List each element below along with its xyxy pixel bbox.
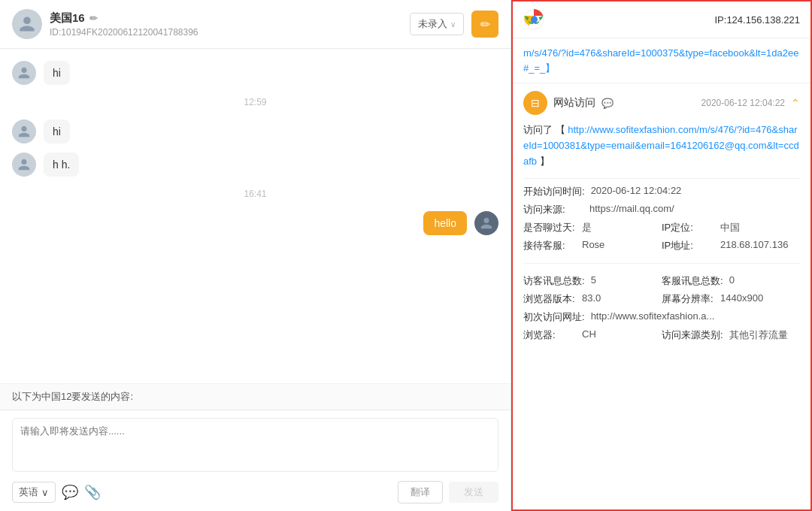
service-label: 接待客服: [523,239,576,252]
source-type-col: 访问来源类别: 其他引荐流量 [662,328,800,342]
compose-button[interactable]: ✏ [471,11,498,38]
browser-ver-value: 83.0 [582,292,601,304]
ip-location-value: 中国 [720,221,740,234]
service-value: Rose [582,239,604,250]
sent-message-bubble: hello [423,211,467,235]
message-bubble-1: hi [44,61,70,85]
ip-addr-label: IP地址: [662,239,714,252]
chrome-browser-icon [523,9,544,30]
collapse-icon[interactable]: ⌃ [791,97,800,109]
top-url-block: m/s/476/?id=476&shareId=1000375&type=fac… [513,38,810,83]
visit-url-line: 访问了 【 http://www.sofitexfashion.com/m/s/… [523,122,800,169]
message-text-1: hi [53,67,61,79]
ip-addr-value: 218.68.107.136 [720,239,788,250]
source-row: 访问来源: https://mail.qq.com/ [523,203,800,216]
visitor-info-panel: IP:124.156.138.221 m/s/476/?id=476&share… [511,0,812,511]
browser-sourcetype-row: 浏览器: CH 访问来源类别: 其他引荐流量 [523,328,800,342]
chat-panel: 美国16 ✏ ID:10194FK20200612120041788396 未录… [0,0,511,511]
event-time-text: 2020-06-12 12:04:22 [701,98,785,108]
ip-location-label: IP定位: [662,221,714,234]
browser-ver-col: 浏览器版本: 83.0 [523,292,662,306]
message-bubble-2: hi [44,119,70,144]
event-header: ⊟ 网站访问 💬 2020-06-12 12:04:22 ⌃ [523,91,800,115]
send-button[interactable]: 发送 [449,482,498,503]
svg-point-2 [531,17,537,23]
browser-col: 浏览器: CH [523,328,662,342]
resolution-label: 屏幕分辨率: [662,292,714,306]
top-url-link[interactable]: m/s/476/?id=476&shareId=1000375&type=fac… [523,47,798,74]
start-time-value: 2020-06-12 12:04:22 [591,185,682,196]
compose-icon: ✏ [480,17,490,32]
resolution-value: 1440x900 [720,292,763,304]
user-id-text: ID:10194FK20200612120041788396 [50,27,410,38]
notice-text: 以下为中国12要发送的内容: [12,391,133,402]
message-row-3: h h. [12,153,498,177]
source-type-value: 其他引荐流量 [729,328,788,342]
service-msg-label: 客服讯息总数: [662,274,723,288]
visitor-msg-col: 访客讯息总数: 5 [523,274,662,288]
event-detail: 访问了 【 http://www.sofitexfashion.com/m/s/… [513,122,810,349]
service-msg-col: 客服讯息总数: 0 [662,274,800,288]
visitor-header: IP:124.156.138.221 [513,2,810,38]
first-visit-row: 初次访问网址: http://www.sofitexfashion.a... [523,310,800,324]
browser-icon: ⊟ [531,97,540,109]
source-label: 访问来源: [523,203,583,216]
event-title-text: 网站访问 [553,96,595,110]
chevron-down-icon: ∨ [450,20,456,29]
visit-prefix: 访问了 【 [523,124,565,135]
own-avatar [474,211,498,235]
message-row-sent: hello [12,211,498,235]
visitor-msg-value: 5 [591,274,596,286]
sender-avatar-3 [12,153,36,177]
browser-value: CH [582,328,596,340]
chat-ip-row: 是否聊过天: 是 IP定位: 中国 [523,221,800,234]
visitor-ip-text: IP:124.156.138.221 [715,14,801,26]
edit-icon[interactable]: ✏ [89,13,98,24]
language-select[interactable]: 英语 ∨ [12,482,56,503]
notice-bar: 以下为中国12要发送的内容: [0,383,511,410]
browser-label: 浏览器: [523,328,576,342]
status-button[interactable]: 未录入 ∨ [410,13,464,35]
is-chat-label: 是否聊过天: [523,221,576,234]
visit-event-section: ⊟ 网站访问 💬 2020-06-12 12:04:22 ⌃ [513,83,810,122]
input-area: 英语 ∨ 💬 📎 翻译 发送 [0,410,511,511]
message-text-2: hi [53,125,61,138]
start-time-row: 开始访问时间: 2020-06-12 12:04:22 [523,185,800,198]
is-chat-col: 是否聊过天: 是 [523,221,662,234]
is-chat-value: 是 [582,221,592,234]
message-input[interactable] [12,418,498,472]
status-label: 未录入 [418,17,447,31]
visit-suffix: 】 [540,156,550,167]
msg-count-row: 访客讯息总数: 5 客服讯息总数: 0 [523,274,800,288]
sender-avatar-1 [12,61,36,85]
message-text-3: h h. [53,159,70,171]
browser-ver-label: 浏览器版本: [523,292,576,306]
time-divider-2: 16:41 [12,189,498,199]
service-msg-value: 0 [729,274,735,286]
chat-header: 美国16 ✏ ID:10194FK20200612120041788396 未录… [0,0,511,49]
ip-location-col: IP定位: 中国 [662,221,800,234]
message-row-2: hi [12,119,498,144]
ip-addr-col: IP地址: 218.68.107.136 [662,239,800,252]
browser-res-row: 浏览器版本: 83.0 屏幕分辨率: 1440x900 [523,292,800,306]
service-ip-row: 接待客服: Rose IP地址: 218.68.107.136 [523,239,800,252]
comment-icon[interactable]: 💬 [62,484,78,500]
first-visit-label: 初次访问网址: [523,310,585,324]
chat-bubble-icon: 💬 [601,98,614,109]
chevron-down-icon: ∨ [41,487,49,498]
time-divider-1: 12:59 [12,97,498,107]
website-visit-icon: ⊟ [523,91,547,115]
message-bubble-3: h h. [44,153,79,177]
info-grid: 开始访问时间: 2020-06-12 12:04:22 访问来源: https:… [523,185,800,342]
translate-button[interactable]: 翻译 [398,481,443,503]
input-toolbar: 英语 ∨ 💬 📎 翻译 发送 [12,481,498,503]
user-avatar [12,9,42,39]
username-text: 美国16 [50,11,85,26]
visitor-msg-label: 访客讯息总数: [523,274,585,288]
header-actions: 未录入 ∨ ✏ [410,11,498,38]
header-name: 美国16 ✏ [50,11,410,26]
attachment-icon[interactable]: 📎 [84,484,101,500]
service-col: 接待客服: Rose [523,239,662,252]
language-label: 英语 [19,485,38,499]
header-info: 美国16 ✏ ID:10194FK20200612120041788396 [50,11,410,38]
